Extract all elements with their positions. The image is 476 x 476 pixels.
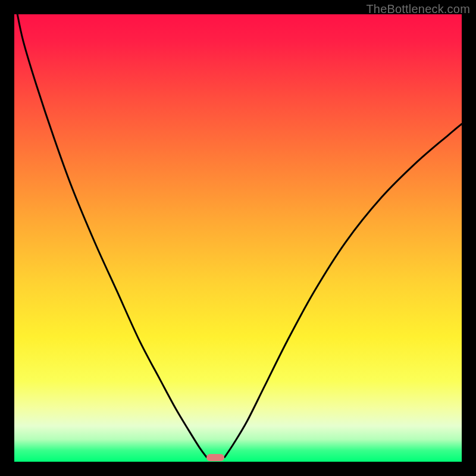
attribution-watermark: TheBottleneck.com bbox=[366, 2, 470, 16]
curve-layer bbox=[14, 14, 462, 462]
plot-area bbox=[14, 14, 462, 462]
cusp-marker bbox=[206, 454, 224, 461]
curve-left-branch bbox=[17, 14, 207, 457]
chart-canvas: TheBottleneck.com bbox=[0, 0, 476, 476]
curve-right-branch bbox=[224, 124, 462, 457]
